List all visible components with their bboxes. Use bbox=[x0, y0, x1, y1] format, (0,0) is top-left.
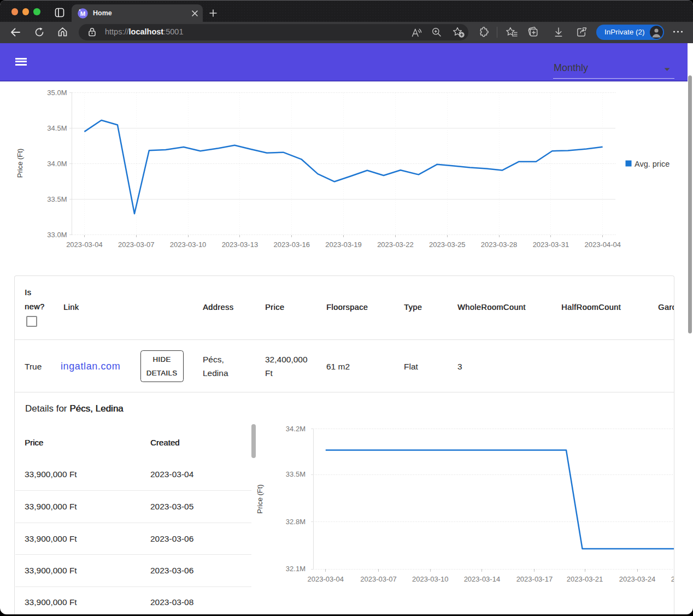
svg-text:2023-03-24: 2023-03-24 bbox=[619, 575, 656, 583]
svg-text:Price (Ft): Price (Ft) bbox=[256, 484, 264, 513]
svg-text:34.2M: 34.2M bbox=[286, 425, 306, 433]
svg-text:2023-03-14: 2023-03-14 bbox=[464, 575, 501, 583]
svg-text:34.5M: 34.5M bbox=[47, 124, 67, 132]
svg-text:2023-03-28: 2023-03-28 bbox=[481, 240, 518, 249]
svg-text:2023-03-16: 2023-03-16 bbox=[273, 240, 310, 249]
svg-text:33.5M: 33.5M bbox=[286, 470, 306, 478]
svg-text:32.8M: 32.8M bbox=[286, 518, 306, 526]
svg-text:35.0M: 35.0M bbox=[47, 89, 67, 97]
svg-text:2023-03-31: 2023-03-31 bbox=[533, 240, 569, 249]
svg-text:Price (Ft): Price (Ft) bbox=[16, 149, 24, 178]
svg-text:2023-03-07: 2023-03-07 bbox=[360, 575, 397, 583]
svg-text:34.0M: 34.0M bbox=[47, 160, 67, 168]
svg-text:2023-03-21: 2023-03-21 bbox=[567, 575, 603, 583]
svg-text:2023-03-25: 2023-03-25 bbox=[429, 240, 466, 249]
svg-text:Avg. price: Avg. price bbox=[635, 160, 669, 168]
svg-text:2023-03-04: 2023-03-04 bbox=[66, 240, 103, 249]
svg-text:2023-03-13: 2023-03-13 bbox=[222, 240, 259, 249]
svg-text:2023-03-28: 2023-03-28 bbox=[671, 575, 674, 583]
svg-text:2023-04-04: 2023-04-04 bbox=[584, 240, 621, 249]
svg-text:2023-03-04: 2023-03-04 bbox=[308, 575, 344, 583]
svg-text:32.1M: 32.1M bbox=[286, 565, 306, 573]
svg-text:2023-03-19: 2023-03-19 bbox=[325, 240, 362, 249]
svg-text:2023-03-22: 2023-03-22 bbox=[377, 240, 414, 249]
svg-text:2023-03-10: 2023-03-10 bbox=[170, 240, 207, 249]
svg-text:33.5M: 33.5M bbox=[47, 195, 67, 203]
svg-text:2023-03-07: 2023-03-07 bbox=[118, 240, 155, 249]
svg-text:2023-03-10: 2023-03-10 bbox=[412, 575, 449, 583]
svg-text:33.0M: 33.0M bbox=[47, 231, 67, 239]
svg-text:2023-03-17: 2023-03-17 bbox=[516, 575, 553, 583]
